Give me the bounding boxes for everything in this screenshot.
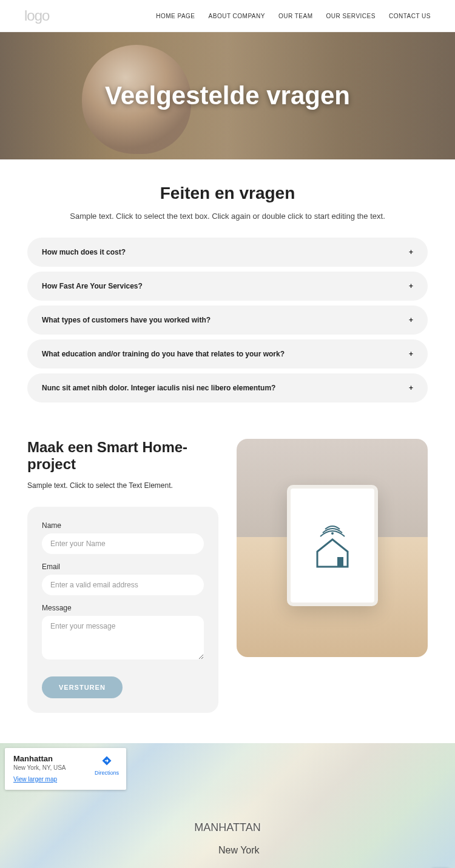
nav-home[interactable]: HOME PAGE [156,13,195,19]
faq-item-customers[interactable]: What types of customers have you worked … [27,305,428,335]
faq-item-education[interactable]: What education and/or training do you ha… [27,339,428,369]
faq-section: Feiten en vragen Sample text. Click to s… [0,159,455,439]
map-area-label: MANHATTAN [194,821,260,834]
header: logo HOME PAGE ABOUT COMPANY OUR TEAM OU… [0,0,455,32]
faq-question: How much does it cost? [42,248,126,256]
nav-services[interactable]: OUR SERVICES [326,13,376,19]
name-input[interactable] [42,533,204,554]
contact-section: Maak een Smart Home-project Sample text.… [0,439,455,743]
view-larger-map-link[interactable]: View larger map [13,776,57,783]
contact-image-column [237,439,428,657]
map-city-label: New York [218,845,260,856]
faq-item-speed[interactable]: How Fast Are Your Services? + [27,272,428,301]
nav-contact[interactable]: CONTACT US [389,13,431,19]
message-label: Message [42,604,204,612]
faq-subtext: Sample text. Click to select the text bo… [27,212,428,221]
faq-question: What types of customers have you worked … [42,316,211,324]
directions-button[interactable]: Directions [95,755,119,776]
faq-question: How Fast Are Your Services? [42,282,143,290]
directions-icon [101,755,112,766]
plus-icon: + [409,248,413,256]
plus-icon: + [409,384,413,392]
smart-home-image [237,439,428,657]
tablet-mockup [287,485,378,606]
faq-question: What education and/or training do you ha… [42,350,285,358]
contact-subtext: Sample text. Click to select the Text El… [27,481,218,490]
plus-icon: + [409,282,413,290]
plus-icon: + [409,316,413,324]
nav-about[interactable]: ABOUT COMPANY [209,13,265,19]
nav-team[interactable]: OUR TEAM [278,13,313,19]
logo[interactable]: logo [24,7,49,24]
name-label: Name [42,521,204,530]
map-section[interactable]: MANHATTAN New York Manhattan New York, N… [0,743,455,868]
message-textarea[interactable] [42,616,204,659]
wifi-house-icon [308,518,357,573]
main-nav: HOME PAGE ABOUT COMPANY OUR TEAM OUR SER… [156,13,431,19]
directions-label: Directions [95,770,119,776]
svg-point-0 [331,532,334,535]
faq-question: Nunc sit amet nibh dolor. Integer iaculi… [42,384,275,392]
hero-title: Veelgestelde vragen [105,81,350,110]
faq-item-cost[interactable]: How much does it cost? + [27,238,428,267]
submit-button[interactable]: VERSTUREN [42,676,123,698]
contact-heading: Maak een Smart Home-project [27,439,218,473]
faq-heading: Feiten en vragen [27,184,428,203]
faq-item-lorem[interactable]: Nunc sit amet nibh dolor. Integer iaculi… [27,373,428,402]
contact-form-column: Maak een Smart Home-project Sample text.… [27,439,218,713]
svg-rect-1 [337,557,343,567]
email-label: Email [42,563,204,571]
plus-icon: + [409,350,413,358]
email-input[interactable] [42,575,204,595]
accordion: How much does it cost? + How Fast Are Yo… [27,238,428,402]
hero-banner: Veelgestelde vragen [0,32,455,159]
map-info-card: Manhattan New York, NY, USA View larger … [5,748,126,790]
contact-form: Name Email Message VERSTUREN [27,507,218,713]
